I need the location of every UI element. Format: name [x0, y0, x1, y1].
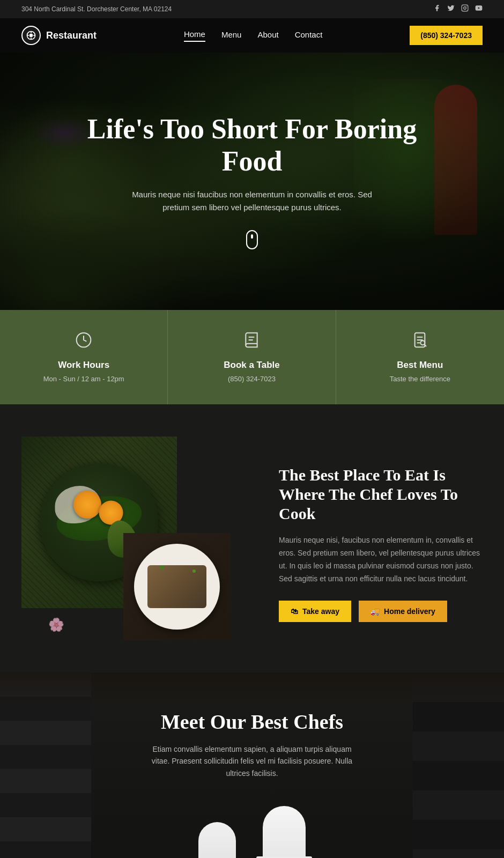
chefs-content: Meet Our Best Chefs Etiam convallis elem… — [0, 672, 504, 858]
takeaway-button[interactable]: 🛍 Take away — [279, 601, 351, 622]
chefs-subtitle: Etiam convallis elementum sapien, a aliq… — [145, 743, 359, 779]
svg-point-13 — [421, 341, 425, 345]
delivery-button[interactable]: 🚚 Home delivery — [359, 601, 447, 622]
nav-links: Home Menu About Contact — [184, 29, 322, 42]
phone-cta-button[interactable]: (850) 324-7023 — [410, 26, 483, 45]
chefs-section: Meet Our Best Chefs Etiam convallis elem… — [0, 672, 504, 858]
about-content: The Best Place To Eat Is Where The Chef … — [279, 437, 483, 640]
svg-point-5 — [30, 34, 33, 37]
navbar: Restaurant Home Menu About Contact (850)… — [0, 18, 504, 53]
nav-about[interactable]: About — [257, 30, 278, 41]
info-box-menu-title: Best Menu — [347, 360, 493, 371]
about-section: 🌸 The Best Place To Eat Is Where The Che… — [0, 404, 504, 672]
hero-content: Life's Too Short For Boring Food Mauris … — [64, 113, 440, 249]
facebook-icon[interactable] — [433, 4, 441, 14]
about-secondary-image — [123, 533, 231, 640]
nav-menu[interactable]: Menu — [221, 30, 242, 41]
address-text: 304 North Cardinal St. Dorchester Center… — [21, 5, 172, 13]
svg-point-2 — [466, 6, 467, 6]
bag-icon: 🛍 — [291, 607, 298, 616]
logo[interactable]: Restaurant — [21, 26, 97, 45]
menu-board-icon — [347, 331, 493, 352]
nav-home[interactable]: Home — [184, 29, 205, 42]
info-box-menu[interactable]: Best Menu Taste the difference — [336, 310, 504, 404]
youtube-icon[interactable] — [475, 4, 483, 14]
info-box-booking[interactable]: Book a Table (850) 324-7023 — [168, 310, 336, 404]
twitter-icon[interactable] — [447, 4, 455, 14]
hero-section: Life's Too Short For Boring Food Mauris … — [0, 53, 504, 310]
truck-icon: 🚚 — [370, 607, 380, 616]
chef-hat-2 — [263, 806, 306, 858]
info-boxes: Work Hours Mon - Sun / 12 am - 12pm Book… — [0, 310, 504, 404]
info-box-hours[interactable]: Work Hours Mon - Sun / 12 am - 12pm — [0, 310, 168, 404]
logo-text: Restaurant — [46, 30, 97, 41]
svg-point-1 — [464, 7, 466, 10]
chefs-title: Meet Our Best Chefs — [21, 710, 483, 734]
flower-decor: 🌸 — [48, 617, 64, 632]
about-title: The Best Place To Eat Is Where The Chef … — [279, 465, 483, 523]
social-icons — [433, 4, 483, 14]
info-box-booking-title: Book a Table — [179, 360, 324, 371]
info-box-hours-sub: Mon - Sun / 12 am - 12pm — [11, 375, 157, 383]
nav-contact[interactable]: Contact — [295, 30, 323, 41]
about-images: 🌸 — [21, 437, 247, 640]
chef-figure-2 — [257, 806, 311, 858]
scroll-indicator — [246, 230, 258, 249]
logo-icon — [21, 26, 41, 45]
info-box-menu-sub: Taste the difference — [347, 375, 493, 383]
hero-title: Life's Too Short For Boring Food — [64, 113, 440, 177]
about-buttons: 🛍 Take away 🚚 Home delivery — [279, 601, 483, 622]
top-bar: 304 North Cardinal St. Dorchester Center… — [0, 0, 504, 18]
delivery-label: Home delivery — [384, 607, 435, 616]
about-text: Mauris neque nisi, faucibus non elementu… — [279, 534, 483, 585]
instagram-icon[interactable] — [461, 4, 469, 14]
chefs-figures — [21, 806, 483, 858]
scroll-dot — [251, 234, 253, 239]
hero-subtitle: Mauris neque nisi faucibus non elementum… — [123, 188, 381, 214]
info-box-booking-sub: (850) 324-7023 — [179, 375, 324, 383]
info-box-hours-title: Work Hours — [11, 360, 157, 371]
book-icon — [179, 331, 324, 352]
chef-hat-1 — [198, 822, 236, 858]
clock-icon — [11, 331, 157, 352]
svg-rect-0 — [462, 5, 468, 11]
takeaway-label: Take away — [302, 607, 339, 616]
chef-figure-1 — [193, 822, 241, 858]
